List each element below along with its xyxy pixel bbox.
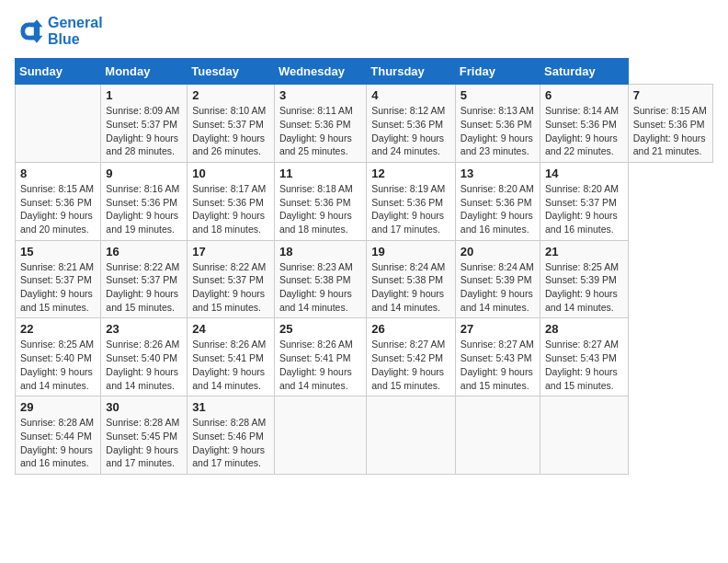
calendar-cell-day-24: 24Sunrise: 8:26 AMSunset: 5:41 PMDayligh… [188, 318, 275, 396]
day-info: Sunrise: 8:16 AMSunset: 5:36 PMDaylight:… [106, 182, 182, 236]
calendar-cell-day-3: 3Sunrise: 8:11 AMSunset: 5:36 PMDaylight… [274, 85, 366, 163]
day-number: 3 [279, 88, 361, 102]
day-number: 17 [192, 245, 269, 259]
day-info: Sunrise: 8:20 AMSunset: 5:36 PMDaylight:… [461, 182, 535, 236]
calendar-cell-day-7: 7Sunrise: 8:15 AMSunset: 5:36 PMDaylight… [628, 85, 712, 163]
day-info: Sunrise: 8:26 AMSunset: 5:41 PMDaylight:… [279, 338, 361, 392]
weekday-header-tuesday: Tuesday [188, 59, 275, 85]
day-number: 8 [20, 167, 96, 180]
calendar-cell-day-empty [455, 396, 540, 475]
calendar-cell-day-4: 4Sunrise: 8:12 AMSunset: 5:36 PMDaylight… [367, 85, 456, 163]
day-number: 28 [545, 322, 623, 336]
day-number: 7 [633, 88, 708, 102]
day-info: Sunrise: 8:18 AMSunset: 5:36 PMDaylight:… [279, 182, 361, 236]
day-number: 19 [371, 245, 450, 259]
day-info: Sunrise: 8:20 AMSunset: 5:37 PMDaylight:… [545, 182, 623, 236]
day-number: 4 [371, 88, 450, 102]
calendar-cell-day-30: 30Sunrise: 8:28 AMSunset: 5:45 PMDayligh… [101, 396, 188, 475]
weekday-header-wednesday: Wednesday [274, 59, 366, 85]
calendar-week-5: 29Sunrise: 8:28 AMSunset: 5:44 PMDayligh… [16, 396, 713, 475]
day-number: 12 [371, 167, 450, 180]
calendar-week-4: 22Sunrise: 8:25 AMSunset: 5:40 PMDayligh… [16, 318, 713, 396]
calendar-cell-day-2: 2Sunrise: 8:10 AMSunset: 5:37 PMDaylight… [188, 85, 275, 163]
day-number: 31 [192, 400, 269, 414]
calendar-cell-day-27: 27Sunrise: 8:27 AMSunset: 5:43 PMDayligh… [455, 318, 540, 396]
calendar-cell-day-19: 19Sunrise: 8:24 AMSunset: 5:38 PMDayligh… [367, 240, 456, 318]
calendar-cell-day-22: 22Sunrise: 8:25 AMSunset: 5:40 PMDayligh… [16, 318, 101, 396]
day-number: 29 [20, 400, 96, 414]
weekday-header-friday: Friday [455, 59, 540, 85]
day-info: Sunrise: 8:12 AMSunset: 5:36 PMDaylight:… [371, 104, 450, 158]
day-info: Sunrise: 8:27 AMSunset: 5:42 PMDaylight:… [371, 338, 450, 392]
day-number: 20 [461, 245, 535, 259]
day-info: Sunrise: 8:22 AMSunset: 5:37 PMDaylight:… [106, 260, 182, 315]
calendar-cell-day-28: 28Sunrise: 8:27 AMSunset: 5:43 PMDayligh… [540, 318, 629, 396]
calendar-cell-day-31: 31Sunrise: 8:28 AMSunset: 5:46 PMDayligh… [188, 396, 275, 475]
day-number: 5 [461, 88, 535, 102]
day-number: 9 [106, 167, 182, 180]
day-info: Sunrise: 8:09 AMSunset: 5:37 PMDaylight:… [106, 104, 182, 158]
calendar-cell-day-25: 25Sunrise: 8:26 AMSunset: 5:41 PMDayligh… [274, 318, 366, 396]
calendar-cell-day-8: 8Sunrise: 8:15 AMSunset: 5:36 PMDaylight… [16, 162, 101, 240]
day-info: Sunrise: 8:25 AMSunset: 5:40 PMDaylight:… [20, 338, 96, 392]
weekday-header-monday: Monday [101, 59, 188, 85]
day-info: Sunrise: 8:14 AMSunset: 5:36 PMDaylight:… [545, 104, 623, 158]
day-number: 30 [106, 400, 182, 414]
day-number: 2 [192, 88, 269, 102]
day-info: Sunrise: 8:17 AMSunset: 5:36 PMDaylight:… [192, 182, 269, 236]
calendar-cell-day-29: 29Sunrise: 8:28 AMSunset: 5:44 PMDayligh… [16, 396, 101, 475]
day-info: Sunrise: 8:10 AMSunset: 5:37 PMDaylight:… [192, 104, 269, 158]
day-info: Sunrise: 8:25 AMSunset: 5:39 PMDaylight:… [545, 260, 623, 315]
day-info: Sunrise: 8:28 AMSunset: 5:45 PMDaylight:… [106, 416, 182, 470]
calendar-cell-day-11: 11Sunrise: 8:18 AMSunset: 5:36 PMDayligh… [274, 162, 366, 240]
calendar-cell-day-17: 17Sunrise: 8:22 AMSunset: 5:37 PMDayligh… [188, 240, 275, 318]
day-info: Sunrise: 8:27 AMSunset: 5:43 PMDaylight:… [461, 338, 535, 392]
day-info: Sunrise: 8:21 AMSunset: 5:37 PMDaylight:… [20, 260, 96, 315]
calendar-cell-day-16: 16Sunrise: 8:22 AMSunset: 5:37 PMDayligh… [101, 240, 188, 318]
weekday-header-row: SundayMondayTuesdayWednesdayThursdayFrid… [16, 59, 713, 85]
calendar-cell-day-10: 10Sunrise: 8:17 AMSunset: 5:36 PMDayligh… [188, 162, 275, 240]
day-number: 6 [545, 88, 623, 102]
day-info: Sunrise: 8:26 AMSunset: 5:41 PMDaylight:… [192, 338, 269, 392]
day-number: 15 [20, 245, 96, 259]
calendar-cell-day-5: 5Sunrise: 8:13 AMSunset: 5:36 PMDaylight… [455, 85, 540, 163]
calendar-cell-day-23: 23Sunrise: 8:26 AMSunset: 5:40 PMDayligh… [101, 318, 188, 396]
calendar-cell-day-empty [274, 396, 366, 475]
calendar-cell-day-15: 15Sunrise: 8:21 AMSunset: 5:37 PMDayligh… [16, 240, 101, 318]
day-info: Sunrise: 8:22 AMSunset: 5:37 PMDaylight:… [192, 260, 269, 315]
calendar-week-2: 8Sunrise: 8:15 AMSunset: 5:36 PMDaylight… [16, 162, 713, 240]
calendar-cell-day-9: 9Sunrise: 8:16 AMSunset: 5:36 PMDaylight… [101, 162, 188, 240]
calendar-week-3: 15Sunrise: 8:21 AMSunset: 5:37 PMDayligh… [16, 240, 713, 318]
day-number: 22 [20, 322, 96, 336]
calendar-cell-day-26: 26Sunrise: 8:27 AMSunset: 5:42 PMDayligh… [367, 318, 456, 396]
day-info: Sunrise: 8:28 AMSunset: 5:44 PMDaylight:… [20, 416, 96, 470]
day-number: 23 [106, 322, 182, 336]
weekday-header-sunday: Sunday [16, 59, 101, 85]
day-info: Sunrise: 8:27 AMSunset: 5:43 PMDaylight:… [545, 338, 623, 392]
day-info: Sunrise: 8:23 AMSunset: 5:38 PMDaylight:… [279, 260, 361, 315]
calendar-cell-day-empty [367, 396, 456, 475]
day-info: Sunrise: 8:28 AMSunset: 5:46 PMDaylight:… [192, 416, 269, 470]
day-number: 10 [192, 167, 269, 180]
calendar-cell-day-14: 14Sunrise: 8:20 AMSunset: 5:37 PMDayligh… [540, 162, 629, 240]
day-info: Sunrise: 8:26 AMSunset: 5:40 PMDaylight:… [106, 338, 182, 392]
day-number: 11 [279, 167, 361, 180]
day-number: 1 [106, 88, 182, 102]
empty-cell [16, 85, 101, 163]
logo-text: General Blue [48, 15, 103, 47]
weekday-header-thursday: Thursday [367, 59, 456, 85]
day-info: Sunrise: 8:15 AMSunset: 5:36 PMDaylight:… [20, 182, 96, 236]
calendar-cell-day-empty [540, 396, 629, 475]
day-info: Sunrise: 8:24 AMSunset: 5:39 PMDaylight:… [461, 260, 535, 315]
logo-icon [15, 17, 44, 46]
calendar-week-1: 1Sunrise: 8:09 AMSunset: 5:37 PMDaylight… [16, 85, 713, 163]
page-header: General Blue [15, 15, 713, 47]
day-info: Sunrise: 8:19 AMSunset: 5:36 PMDaylight:… [371, 182, 450, 236]
day-number: 18 [279, 245, 361, 259]
calendar-cell-day-13: 13Sunrise: 8:20 AMSunset: 5:36 PMDayligh… [455, 162, 540, 240]
day-number: 16 [106, 245, 182, 259]
day-info: Sunrise: 8:24 AMSunset: 5:38 PMDaylight:… [371, 260, 450, 315]
day-info: Sunrise: 8:13 AMSunset: 5:36 PMDaylight:… [461, 104, 535, 158]
day-number: 25 [279, 322, 361, 336]
day-number: 27 [461, 322, 535, 336]
